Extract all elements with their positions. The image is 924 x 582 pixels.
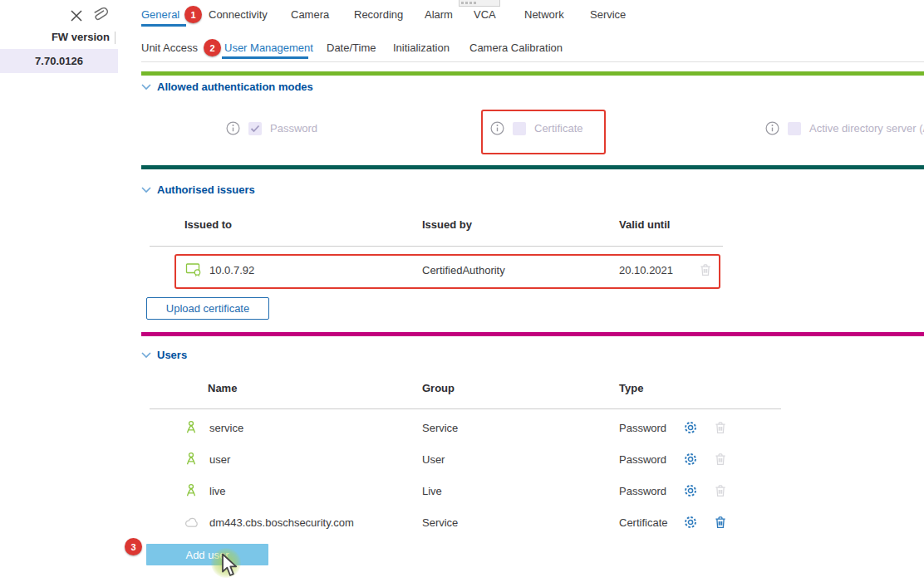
delete-user-icon[interactable] bbox=[713, 483, 728, 498]
user-name: user bbox=[209, 453, 230, 466]
edit-user-icon[interactable] bbox=[683, 483, 698, 498]
section-divider-green bbox=[141, 71, 924, 76]
info-icon[interactable] bbox=[226, 121, 240, 135]
auth-mode-label: Active directory server (AD bbox=[809, 122, 924, 134]
tab-network[interactable]: Network bbox=[524, 8, 564, 21]
section-divider-teal bbox=[141, 165, 924, 169]
issuer-valid-until: 20.10.2021 bbox=[619, 264, 673, 276]
chevron-down-icon bbox=[141, 187, 151, 193]
user-row[interactable]: user User Password bbox=[0, 443, 924, 475]
column-header-type: Type bbox=[619, 382, 643, 394]
section-header-users[interactable]: Users bbox=[141, 349, 187, 361]
step-badge-1: 1 bbox=[184, 6, 202, 23]
delete-user-icon[interactable] bbox=[713, 452, 728, 467]
chevron-down-icon bbox=[141, 352, 151, 359]
issuer-issued-to: 10.0.7.92 bbox=[209, 264, 254, 276]
info-icon[interactable] bbox=[490, 121, 504, 135]
column-header-group: Group bbox=[422, 382, 455, 394]
clipped-ui-artifact bbox=[459, 0, 500, 7]
user-name: live bbox=[209, 485, 226, 497]
subtab-initialization[interactable]: Initialization bbox=[393, 42, 450, 54]
info-icon[interactable] bbox=[765, 121, 779, 135]
edit-user-icon[interactable] bbox=[683, 515, 698, 530]
table-header-divider bbox=[150, 408, 781, 409]
password-checkbox[interactable] bbox=[248, 122, 262, 135]
tab-vca[interactable]: VCA bbox=[474, 8, 496, 21]
auth-mode-certificate: Certificate bbox=[490, 121, 583, 135]
subtab-divider-line bbox=[141, 61, 924, 62]
column-divider bbox=[115, 32, 116, 44]
tab-alarm[interactable]: Alarm bbox=[425, 8, 453, 21]
tab-recording[interactable]: Recording bbox=[354, 8, 403, 21]
section-header-auth-modes[interactable]: Allowed authentication modes bbox=[141, 81, 313, 93]
column-header-issued-by: Issued by bbox=[422, 218, 472, 231]
user-group: User bbox=[422, 453, 445, 466]
active-directory-checkbox[interactable] bbox=[788, 122, 801, 135]
user-group: Live bbox=[422, 485, 442, 497]
step-badge-2: 2 bbox=[204, 39, 221, 56]
edit-user-icon[interactable] bbox=[683, 420, 698, 435]
user-row[interactable]: dm443.cbs.boschsecurity.com Service Cert… bbox=[0, 506, 924, 538]
section-header-authorised-issuers[interactable]: Authorised issuers bbox=[141, 183, 255, 196]
configuration-manager-window: FW version 7.70.0126 General Connectivit… bbox=[0, 0, 924, 582]
user-name: service bbox=[209, 422, 243, 434]
subtab-date-time[interactable]: Date/Time bbox=[327, 42, 376, 54]
cloud-icon bbox=[184, 515, 199, 533]
issuer-issued-by: CertifiedAuthority bbox=[422, 264, 505, 276]
delete-user-icon[interactable] bbox=[713, 515, 728, 530]
issuer-row[interactable]: 10.0.7.92 CertifiedAuthority 20.10.2021 bbox=[0, 254, 924, 286]
add-user-button[interactable]: Add user bbox=[146, 544, 268, 565]
cursor-pointer bbox=[221, 553, 239, 581]
user-icon bbox=[184, 483, 199, 501]
subtab-unit-access[interactable]: Unit Access bbox=[141, 42, 198, 54]
fw-version-column-header: FW version bbox=[0, 31, 110, 43]
checkmark-icon bbox=[248, 122, 262, 135]
user-group: Service bbox=[422, 422, 458, 434]
column-header-name: Name bbox=[208, 382, 237, 394]
user-type: Certificate bbox=[619, 516, 668, 529]
user-icon bbox=[184, 420, 199, 438]
user-type: Password bbox=[619, 453, 666, 466]
active-tab-underline bbox=[141, 24, 186, 27]
user-row[interactable]: live Live Password bbox=[0, 475, 924, 506]
auth-mode-active-directory: Active directory server (AD bbox=[765, 121, 924, 135]
table-header-divider bbox=[150, 246, 723, 247]
device-row-selected[interactable]: 7.70.0126 bbox=[0, 49, 118, 73]
chevron-down-icon bbox=[141, 84, 151, 90]
user-type: Password bbox=[619, 422, 666, 434]
user-row[interactable]: service Service Password bbox=[0, 412, 924, 443]
subtab-camera-calibration[interactable]: Camera Calibration bbox=[469, 42, 563, 54]
subtab-user-management[interactable]: User Management bbox=[224, 42, 313, 54]
certificate-checkbox[interactable] bbox=[513, 122, 526, 135]
section-title: Allowed authentication modes bbox=[157, 81, 313, 93]
delete-issuer-icon[interactable] bbox=[698, 262, 713, 277]
auth-mode-password: Password bbox=[226, 121, 317, 135]
section-title: Users bbox=[157, 349, 187, 361]
close-icon[interactable] bbox=[68, 7, 85, 24]
section-title: Authorised issuers bbox=[157, 183, 255, 196]
delete-user-icon[interactable] bbox=[713, 420, 728, 435]
user-name: dm443.cbs.boschsecurity.com bbox=[209, 516, 354, 529]
column-header-valid-until: Valid until bbox=[619, 218, 670, 231]
auth-mode-label: Password bbox=[270, 122, 317, 134]
active-subtab-underline bbox=[222, 56, 308, 59]
tab-camera[interactable]: Camera bbox=[291, 8, 329, 21]
attachment-icon[interactable] bbox=[90, 4, 108, 26]
user-icon bbox=[184, 452, 199, 470]
step-badge-3: 3 bbox=[125, 538, 142, 555]
certificate-icon bbox=[185, 262, 203, 281]
fw-version-value: 7.70.0126 bbox=[35, 55, 83, 67]
user-group: Service bbox=[422, 516, 458, 529]
edit-user-icon[interactable] bbox=[683, 452, 698, 467]
upload-certificate-button[interactable]: Upload certificate bbox=[146, 297, 269, 320]
tab-service[interactable]: Service bbox=[590, 8, 626, 21]
upload-certificate-label: Upload certificate bbox=[166, 302, 249, 315]
tab-general[interactable]: General bbox=[141, 8, 179, 21]
auth-mode-label: Certificate bbox=[534, 122, 583, 134]
tab-connectivity[interactable]: Connectivity bbox=[209, 8, 268, 21]
section-divider-magenta bbox=[141, 332, 924, 336]
user-type: Password bbox=[619, 485, 666, 497]
column-header-issued-to: Issued to bbox=[184, 218, 232, 231]
